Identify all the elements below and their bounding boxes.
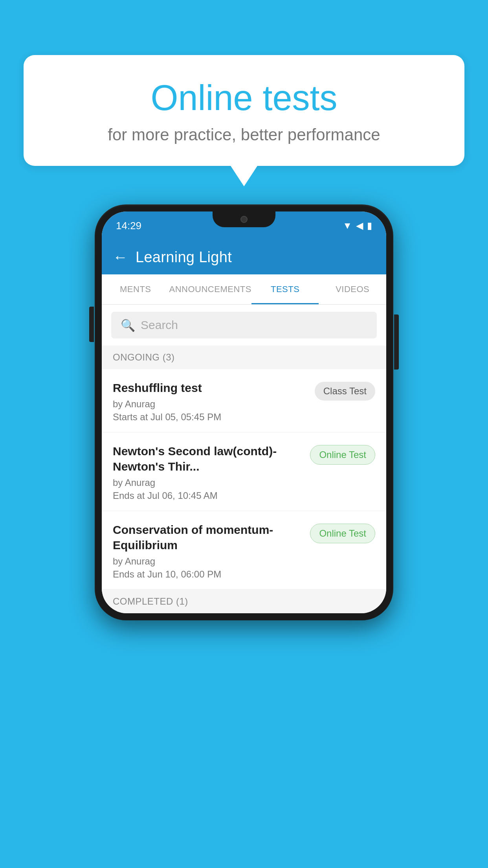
test-info: Conservation of momentum-Equilibrium by … — [113, 522, 310, 580]
bubble-subtitle: for more practice, better performance — [55, 125, 433, 144]
test-info: Reshuffling test by Anurag Starts at Jul… — [113, 380, 315, 423]
search-bar[interactable]: 🔍 Search — [111, 312, 377, 338]
phone-outer: 14:29 ▼ ◀ ▮ ← Learning Light MENTS — [95, 204, 393, 620]
phone-wrapper: 14:29 ▼ ◀ ▮ ← Learning Light MENTS — [95, 204, 393, 620]
status-bar: 14:29 ▼ ◀ ▮ — [102, 211, 386, 240]
app-title: Learning Light — [136, 249, 232, 266]
signal-icon: ◀ — [356, 220, 363, 231]
ongoing-section-header: ONGOING (3) — [102, 346, 386, 369]
test-name: Conservation of momentum-Equilibrium — [113, 522, 302, 553]
test-list: Reshuffling test by Anurag Starts at Jul… — [102, 369, 386, 590]
search-icon: 🔍 — [121, 318, 135, 332]
speech-bubble-container: Online tests for more practice, better p… — [24, 55, 464, 166]
test-by: by Anurag — [113, 477, 302, 488]
test-time: Starts at Jul 05, 05:45 PM — [113, 412, 307, 423]
wifi-icon: ▼ — [343, 220, 352, 231]
tab-ments[interactable]: MENTS — [102, 274, 169, 304]
test-item[interactable]: Reshuffling test by Anurag Starts at Jul… — [102, 369, 386, 432]
camera — [240, 216, 248, 223]
tab-bar: MENTS ANNOUNCEMENTS TESTS VIDEOS — [102, 274, 386, 305]
search-container: 🔍 Search — [102, 305, 386, 346]
tab-videos[interactable]: VIDEOS — [319, 274, 386, 304]
test-info: Newton's Second law(contd)-Newton's Thir… — [113, 443, 310, 501]
back-button[interactable]: ← — [113, 249, 128, 266]
status-icons: ▼ ◀ ▮ — [343, 220, 372, 231]
test-badge-class: Class Test — [315, 382, 375, 401]
battery-icon: ▮ — [367, 220, 372, 231]
search-placeholder: Search — [141, 318, 178, 332]
test-by: by Anurag — [113, 556, 302, 567]
test-item[interactable]: Newton's Second law(contd)-Newton's Thir… — [102, 432, 386, 511]
test-name: Newton's Second law(contd)-Newton's Thir… — [113, 443, 302, 474]
completed-section-title: COMPLETED (1) — [113, 596, 188, 607]
phone-screen: 14:29 ▼ ◀ ▮ ← Learning Light MENTS — [102, 211, 386, 613]
test-by: by Anurag — [113, 399, 307, 410]
test-badge-online: Online Test — [310, 445, 375, 465]
tab-tests[interactable]: TESTS — [251, 274, 319, 304]
status-time: 14:29 — [116, 220, 141, 232]
tab-announcements[interactable]: ANNOUNCEMENTS — [169, 274, 251, 304]
test-name: Reshuffling test — [113, 380, 307, 395]
ongoing-section-title: ONGOING (3) — [113, 352, 175, 362]
test-time: Ends at Jun 10, 06:00 PM — [113, 569, 302, 580]
test-time: Ends at Jul 06, 10:45 AM — [113, 490, 302, 501]
test-item[interactable]: Conservation of momentum-Equilibrium by … — [102, 511, 386, 590]
speech-bubble: Online tests for more practice, better p… — [24, 55, 464, 166]
completed-section-header: COMPLETED (1) — [102, 590, 386, 613]
app-header: ← Learning Light — [102, 240, 386, 274]
test-badge-online: Online Test — [310, 524, 375, 543]
notch — [213, 211, 275, 227]
bubble-title: Online tests — [55, 79, 433, 118]
